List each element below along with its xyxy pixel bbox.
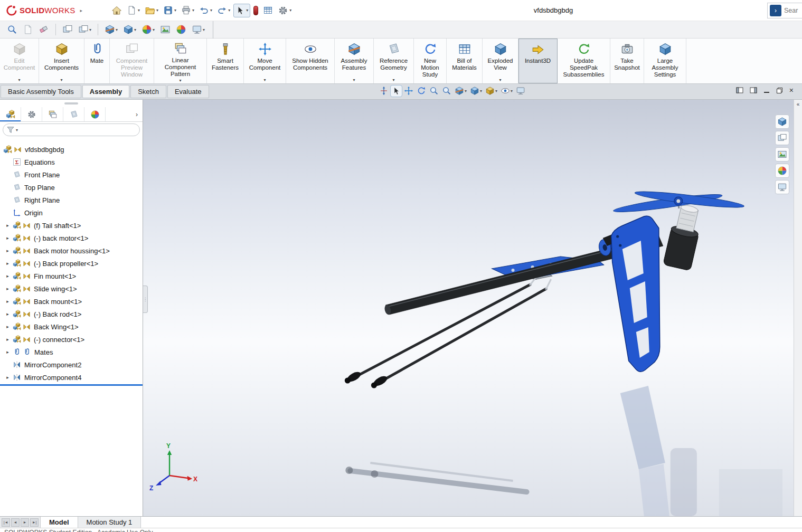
- ribbon-button-show-hidden-components[interactable]: Show Hidden Components: [286, 39, 335, 83]
- tab-configurationmanager[interactable]: [42, 107, 63, 121]
- tree-item-back-motor[interactable]: ▸ (-) back motor<1>: [0, 232, 143, 244]
- rollback-bar[interactable]: [0, 384, 143, 386]
- panel-splitter[interactable]: [0, 100, 143, 107]
- dropdown-caret-icon[interactable]: ▾: [228, 8, 230, 13]
- view-cube-button[interactable]: ▾: [121, 23, 138, 36]
- first-tab-button[interactable]: |◄: [2, 518, 10, 527]
- back-motor-part[interactable]: [663, 201, 705, 271]
- dropdown-caret-icon[interactable]: ▾: [138, 8, 140, 13]
- dropdown-caret-icon[interactable]: ▾: [480, 89, 482, 93]
- expand-arrow-icon[interactable]: ▸: [4, 299, 11, 304]
- tree-item-mirrorcomponent2[interactable]: MirrorComponent2: [0, 358, 143, 371]
- pane-cascade-button[interactable]: ▾: [77, 23, 93, 36]
- ribbon-button-update-speedpak[interactable]: Update SpeedPak Subassemblies: [558, 39, 610, 83]
- tab-basic-assembly-tools[interactable]: Basic Assembly Tools: [1, 85, 81, 98]
- expand-arrow-icon[interactable]: ▸: [4, 286, 11, 291]
- dropdown-caret-icon[interactable]: ▾: [246, 8, 248, 13]
- display-style-button[interactable]: ▾: [484, 85, 498, 97]
- dropdown-caret-icon[interactable]: ▾: [153, 27, 155, 32]
- tree-item-mates[interactable]: ▸ Mates: [0, 346, 143, 358]
- ribbon-button-take-snapshot[interactable]: Take Snapshot: [610, 39, 644, 83]
- dropdown-caret-icon[interactable]: ▾: [495, 89, 497, 93]
- expand-arrow-icon[interactable]: ▸: [4, 311, 11, 317]
- zoom-fit-button[interactable]: [378, 85, 390, 97]
- appearance-ball-button[interactable]: ▾: [140, 23, 156, 36]
- appearance-button[interactable]: [775, 164, 789, 178]
- ribbon-button-new-motion-study[interactable]: New Motion Study: [414, 39, 447, 83]
- view-settings-button[interactable]: [515, 85, 526, 97]
- save-button[interactable]: ▾: [162, 4, 178, 17]
- tree-item-fin-mount[interactable]: ▸ Fin mount<1>: [0, 270, 143, 282]
- preview-button[interactable]: [21, 23, 35, 36]
- tree-item-top-plane[interactable]: Top Plane: [0, 181, 143, 194]
- expand-arrow-icon[interactable]: ▸: [4, 337, 11, 342]
- tab-motion-study-1[interactable]: Motion Study 1: [78, 517, 141, 528]
- task-pane-expand-icon[interactable]: «: [797, 101, 800, 108]
- zoom-button[interactable]: [428, 85, 440, 97]
- ribbon-button-assembly-features[interactable]: Assembly Features ▾: [335, 39, 374, 83]
- tab-evaluate[interactable]: Evaluate: [167, 85, 209, 98]
- pan-button[interactable]: [403, 85, 414, 97]
- dropdown-caret-icon[interactable]: ▾: [353, 77, 355, 82]
- ribbon-button-large-assembly-settings[interactable]: Large Assembly Settings: [644, 39, 686, 83]
- expand-arrow-icon[interactable]: ▸: [4, 324, 11, 329]
- dropdown-caret-icon[interactable]: ▾: [134, 27, 136, 32]
- print-button[interactable]: ▾: [180, 4, 196, 17]
- prev-tab-button[interactable]: ◄: [11, 518, 20, 527]
- ribbon-button-smart-fasteners[interactable]: Smart Fasteners: [207, 39, 244, 83]
- resource-monitor-button[interactable]: [252, 4, 260, 17]
- compare-button[interactable]: [775, 180, 789, 194]
- dropdown-caret-icon[interactable]: ▾: [174, 8, 176, 13]
- expand-arrow-icon[interactable]: ▸: [4, 349, 11, 355]
- dropdown-caret-icon[interactable]: ▾: [263, 77, 266, 82]
- eraser-button[interactable]: [37, 23, 51, 36]
- assembly-3d-model[interactable]: Y X Z: [143, 100, 794, 516]
- tree-item-back-rod[interactable]: ▸ (-) Back rod<1>: [0, 308, 143, 320]
- close-button[interactable]: ×: [789, 87, 794, 94]
- tree-item-right-plane[interactable]: Right Plane: [0, 194, 143, 206]
- tree-item-back-motor-houssing[interactable]: ▸ Back motor houssing<1>: [0, 244, 143, 257]
- search-box[interactable]: › Sear: [767, 3, 802, 18]
- open-button[interactable]: ▾: [143, 4, 160, 17]
- ribbon-button-bill-of-materials[interactable]: Bill of Materials: [447, 39, 483, 83]
- search-input[interactable]: Sear: [784, 7, 798, 14]
- tab-assembly[interactable]: Assembly: [82, 85, 129, 98]
- ribbon-button-instant3d[interactable]: Instant3D: [518, 39, 558, 83]
- new-document-button[interactable]: ▾: [125, 4, 141, 17]
- home-button[interactable]: [110, 4, 124, 17]
- monitor-button[interactable]: ▾: [190, 23, 206, 36]
- tab-propertymanager[interactable]: [21, 107, 42, 121]
- zoom-area-button[interactable]: [441, 85, 452, 97]
- select-button[interactable]: [391, 86, 402, 97]
- scene-button[interactable]: [775, 147, 789, 162]
- dropdown-caret-icon[interactable]: ▾: [499, 77, 501, 82]
- isolate-button[interactable]: [775, 131, 789, 145]
- dropdown-caret-icon[interactable]: ▾: [156, 8, 158, 13]
- search-icon[interactable]: ›: [770, 5, 781, 16]
- filter-funnel-icon[interactable]: [6, 126, 15, 134]
- tree-item-connector[interactable]: ▸ (-) connector<1>: [0, 333, 143, 346]
- graphics-viewport[interactable]: Y X Z ⋮: [143, 100, 794, 516]
- expand-arrow-icon[interactable]: ▸: [4, 235, 11, 241]
- ribbon-button-mate[interactable]: Mate: [84, 39, 110, 83]
- tree-item-mirrorcomponent4[interactable]: ▸ MirrorComponent4: [0, 371, 143, 384]
- tab-displaymanager[interactable]: [84, 107, 106, 121]
- expand-arrow-icon[interactable]: ▸: [4, 375, 11, 380]
- dropdown-caret-icon[interactable]: ▾: [465, 89, 467, 93]
- tab-featuremanager[interactable]: [0, 107, 21, 121]
- ribbon-button-reference-geometry[interactable]: Reference Geometry ▾: [374, 39, 414, 83]
- magnifier-button[interactable]: [5, 23, 19, 36]
- ribbon-button-component-preview-window[interactable]: Component Preview Window: [110, 39, 154, 83]
- expand-arrow-icon[interactable]: ▸: [4, 261, 11, 266]
- tab-sketch[interactable]: Sketch: [130, 85, 166, 98]
- dock-right-icon[interactable]: [750, 87, 757, 93]
- options-button[interactable]: ▾: [276, 4, 293, 17]
- dropdown-caret-icon[interactable]: ▾: [289, 8, 291, 13]
- dropdown-caret-icon[interactable]: ▾: [203, 27, 205, 32]
- pane-button[interactable]: [61, 23, 74, 36]
- back-propeller-part[interactable]: [613, 188, 745, 215]
- select-tool-button[interactable]: ▾: [233, 4, 250, 17]
- dropdown-caret-icon[interactable]: ▾: [179, 78, 181, 83]
- tree-item-equations[interactable]: Equations: [0, 156, 143, 168]
- minimize-button[interactable]: [763, 87, 770, 93]
